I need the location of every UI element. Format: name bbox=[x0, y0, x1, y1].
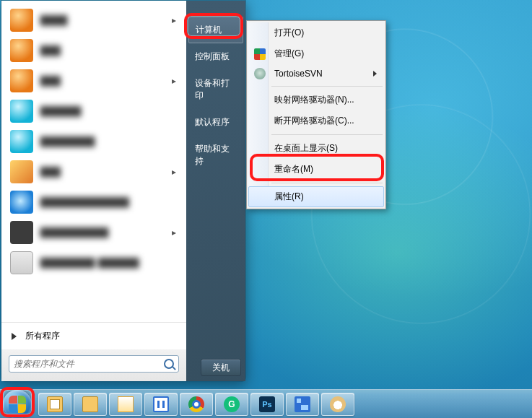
panel-icon bbox=[295, 396, 310, 412]
cm-open[interactable]: 打开(O) bbox=[248, 22, 384, 43]
submenu-arrow-icon: ▸ bbox=[172, 15, 176, 25]
program-item[interactable]: ████████ bbox=[4, 126, 183, 157]
app-icon bbox=[10, 100, 33, 123]
taskbar-item-grammarly[interactable]: G bbox=[215, 393, 248, 416]
cm-label: 管理(G) bbox=[274, 48, 304, 58]
start-menu: ████▸ ███ ███▸ ██████ ████████ ███▸ ████… bbox=[1, 0, 246, 382]
submenu-arrow-icon: ▸ bbox=[172, 76, 176, 86]
windows-logo-icon bbox=[9, 396, 26, 413]
right-item-help-support[interactable]: 帮助和支持 bbox=[186, 136, 245, 175]
right-item-label: 计算机 bbox=[196, 25, 222, 35]
right-item-label: 默认程序 bbox=[195, 117, 230, 127]
menu-separator bbox=[271, 134, 383, 135]
search-icon bbox=[164, 359, 174, 369]
taskbar-item-control-panel-app[interactable] bbox=[286, 393, 319, 416]
shield-icon bbox=[254, 48, 266, 60]
program-item[interactable]: ████▸ bbox=[4, 5, 183, 35]
cm-label: 打开(O) bbox=[274, 27, 304, 38]
cm-label: TortoiseSVN bbox=[274, 69, 323, 79]
program-label: ████████ bbox=[40, 136, 95, 147]
chrome-icon bbox=[188, 396, 204, 412]
search-row bbox=[1, 349, 186, 381]
taskbar-item-explorer[interactable] bbox=[74, 393, 107, 416]
program-label: ██████ bbox=[40, 106, 82, 116]
right-item-label: 设备和打印 bbox=[195, 78, 230, 100]
search-box[interactable] bbox=[9, 355, 179, 373]
cm-label: 重命名(M) bbox=[274, 164, 313, 174]
submenu-arrow-icon: ▸ bbox=[172, 227, 176, 238]
program-item[interactable]: ███▸ bbox=[4, 157, 183, 187]
app-icon bbox=[10, 39, 33, 62]
submenu-arrow-icon bbox=[373, 71, 377, 77]
taskbar-item-paint[interactable] bbox=[321, 393, 354, 416]
taskbar: G Ps bbox=[0, 389, 532, 418]
app-icon bbox=[10, 130, 33, 153]
app-icon bbox=[10, 251, 33, 274]
app-icon bbox=[10, 221, 33, 244]
right-item-label: 控制面板 bbox=[195, 51, 230, 61]
program-label: ████ bbox=[40, 15, 68, 25]
g-icon: G bbox=[224, 396, 240, 412]
maxthon-icon bbox=[153, 396, 169, 412]
all-programs-label: 所有程序 bbox=[25, 330, 60, 342]
cm-label: 断开网络驱动器(C)... bbox=[274, 116, 354, 126]
shutdown-label: 关机 bbox=[212, 362, 230, 374]
taskbar-item-libraries[interactable] bbox=[38, 393, 71, 416]
libraries-icon bbox=[47, 396, 63, 412]
cm-label: 属性(R) bbox=[274, 191, 304, 201]
program-item[interactable]: ███▸ bbox=[4, 66, 183, 96]
taskbar-item-chrome[interactable] bbox=[180, 393, 213, 416]
app-icon bbox=[10, 191, 33, 214]
shutdown-button[interactable]: 关机 bbox=[201, 359, 241, 376]
right-item-label: 帮助和支持 bbox=[195, 144, 230, 166]
start-menu-right-pane: 计算机 控制面板 设备和打印 默认程序 帮助和支持 bbox=[186, 1, 245, 381]
cm-disconnect-network-drive[interactable]: 断开网络驱动器(C)... bbox=[248, 110, 384, 131]
right-item-control-panel[interactable]: 控制面板 bbox=[186, 43, 245, 70]
taskbar-item-outlook[interactable] bbox=[109, 393, 142, 416]
cm-manage[interactable]: 管理(G) bbox=[248, 43, 384, 64]
submenu-arrow-icon: ▸ bbox=[172, 167, 176, 177]
triangle-right-icon bbox=[12, 333, 17, 340]
right-item-computer[interactable]: 计算机 bbox=[188, 17, 243, 43]
cm-show-on-desktop[interactable]: 在桌面上显示(S) bbox=[248, 138, 384, 159]
photoshop-icon: Ps bbox=[259, 396, 275, 412]
tortoisesvn-icon bbox=[254, 68, 266, 79]
cm-label: 在桌面上显示(S) bbox=[274, 143, 338, 153]
menu-separator bbox=[271, 86, 383, 87]
program-label: █████████████ bbox=[40, 197, 130, 207]
outlook-icon bbox=[118, 396, 134, 412]
cm-label: 映射网络驱动器(N)... bbox=[274, 95, 354, 105]
right-item-default-programs[interactable]: 默认程序 bbox=[186, 109, 245, 136]
cm-properties[interactable]: 属性(R) bbox=[248, 186, 384, 207]
pinned-programs-list: ████▸ ███ ███▸ ██████ ████████ ███▸ ████… bbox=[1, 1, 186, 322]
cm-map-network-drive[interactable]: 映射网络驱动器(N)... bbox=[248, 90, 384, 110]
paint-icon bbox=[330, 396, 346, 412]
computer-context-menu: 打开(O) 管理(G) TortoiseSVN 映射网络驱动器(N)... 断开… bbox=[246, 20, 386, 209]
program-label: ███ bbox=[40, 76, 61, 86]
cm-rename[interactable]: 重命名(M) bbox=[248, 159, 384, 180]
program-item[interactable]: █████████████ bbox=[4, 187, 183, 217]
program-item[interactable]: ███ bbox=[4, 35, 183, 66]
start-button[interactable] bbox=[3, 390, 32, 419]
all-programs-button[interactable]: 所有程序 bbox=[1, 322, 186, 349]
program-item[interactable]: ██████████▸ bbox=[4, 217, 183, 248]
right-item-devices-printers[interactable]: 设备和打印 bbox=[186, 70, 245, 109]
menu-separator bbox=[271, 183, 383, 183]
program-item[interactable]: ██████ bbox=[4, 96, 183, 126]
folder-icon bbox=[82, 396, 98, 412]
taskbar-item-maxthon[interactable] bbox=[144, 393, 178, 416]
app-icon bbox=[10, 160, 33, 183]
program-label: ██████████ bbox=[40, 227, 109, 238]
start-menu-left-pane: ████▸ ███ ███▸ ██████ ████████ ███▸ ████… bbox=[1, 1, 186, 381]
app-icon bbox=[10, 69, 33, 92]
program-item[interactable]: ████████ ██████ bbox=[4, 248, 183, 278]
program-label: ████████ ██████ bbox=[40, 258, 139, 268]
program-label: ███ bbox=[40, 45, 61, 56]
program-label: ███ bbox=[40, 167, 61, 177]
taskbar-item-photoshop[interactable]: Ps bbox=[250, 393, 284, 416]
cm-tortoisesvn[interactable]: TortoiseSVN bbox=[248, 64, 384, 83]
app-icon bbox=[10, 9, 33, 32]
search-input[interactable] bbox=[14, 359, 164, 369]
